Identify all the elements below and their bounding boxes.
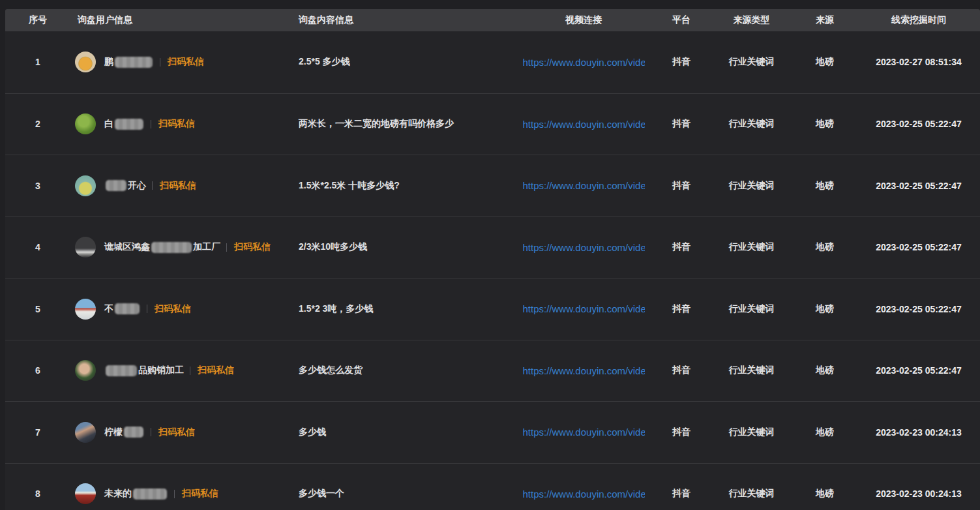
user-name: 不 xyxy=(104,303,141,315)
user-name: 品购销加工 xyxy=(104,365,184,376)
user-name-text: 白 xyxy=(104,118,113,130)
video-link[interactable]: https://www.douyin.com/video xyxy=(523,488,645,500)
inquiry-content: 2/3米10吨多少钱 xyxy=(295,241,515,253)
source-type: 行业关键词 xyxy=(711,488,792,500)
scan-qr-dm-link[interactable]: 扫码私信 xyxy=(160,180,196,192)
scan-qr-dm-link[interactable]: 扫码私信 xyxy=(158,427,195,438)
censored-name-block xyxy=(133,488,167,500)
video-link[interactable]: https://www.douyin.com/video xyxy=(523,119,645,130)
col-header-platform: 平台 xyxy=(652,14,711,26)
col-header-user: 询盘用户信息 xyxy=(70,14,295,26)
user-name-text: 不 xyxy=(104,303,113,315)
platform: 抖音 xyxy=(652,241,711,253)
scan-qr-dm-link[interactable]: 扫码私信 xyxy=(168,56,204,68)
censored-name-block xyxy=(151,242,192,253)
video-link[interactable]: https://www.douyin.com/video xyxy=(523,180,645,191)
source-type: 行业关键词 xyxy=(711,303,792,315)
platform: 抖音 xyxy=(652,56,711,68)
inquiry-content: 两米长，一米二宽的地磅有吗价格多少 xyxy=(295,118,515,130)
table-row: 5 不 扫码私信 1.5*2 3吨，多少钱 https://www.douyin… xyxy=(5,278,980,340)
user-name-text: 品购销加工 xyxy=(138,365,184,376)
user-name: 柠檬 xyxy=(104,427,145,438)
platform: 抖音 xyxy=(652,427,711,438)
row-index: 4 xyxy=(5,242,70,252)
platform: 抖音 xyxy=(652,488,711,500)
video-link[interactable]: https://www.douyin.com/video xyxy=(523,57,645,68)
table-row: 7 柠檬 扫码私信 多少钱 https://www.douyin.com/vid… xyxy=(5,401,980,463)
source: 地磅 xyxy=(792,241,857,253)
inquiry-content: 多少钱一个 xyxy=(295,488,515,500)
inquiry-content: 1.5米*2.5米 十吨多少钱? xyxy=(295,180,515,192)
user-name: 白 xyxy=(104,118,145,130)
divider xyxy=(174,490,175,498)
platform: 抖音 xyxy=(652,118,711,130)
user-cell: 谯城区鸿鑫加工厂 扫码私信 xyxy=(70,237,295,258)
avatar xyxy=(75,360,96,381)
source: 地磅 xyxy=(792,427,857,438)
table-row: 3 开心 扫码私信 1.5米*2.5米 十吨多少钱? https://www.d… xyxy=(5,155,980,217)
video-link[interactable]: https://www.douyin.com/video xyxy=(523,427,645,438)
divider xyxy=(190,367,190,375)
table-row: 2 白 扫码私信 两米长，一米二宽的地磅有吗价格多少 https://www.d… xyxy=(5,93,980,155)
source: 地磅 xyxy=(792,180,857,192)
mining-time: 2023-02-25 05:22:47 xyxy=(857,365,980,376)
inquiry-content: 多少钱 xyxy=(295,427,515,438)
censored-name-block xyxy=(115,303,140,314)
censored-name-block xyxy=(106,365,137,376)
table-row: 4 谯城区鸿鑫加工厂 扫码私信 2/3米10吨多少钱 https://www.d… xyxy=(5,217,980,278)
avatar xyxy=(75,237,96,258)
divider xyxy=(152,181,153,190)
user-name: 鹏 xyxy=(104,56,154,68)
user-cell: 鹏 扫码私信 xyxy=(70,52,295,72)
platform: 抖音 xyxy=(652,303,711,315)
source-type: 行业关键词 xyxy=(711,118,792,130)
source-type: 行业关键词 xyxy=(711,241,792,253)
inquiry-content: 多少钱怎么发货 xyxy=(295,365,515,376)
user-cell: 开心 扫码私信 xyxy=(70,175,295,196)
video-link[interactable]: https://www.douyin.com/video xyxy=(523,365,645,376)
col-header-index: 序号 xyxy=(5,14,70,26)
user-name-text: 加工厂 xyxy=(193,241,220,253)
user-name: 未来的 xyxy=(104,488,168,500)
avatar xyxy=(75,113,96,134)
censored-name-block xyxy=(106,180,126,191)
row-index: 7 xyxy=(5,427,70,438)
user-name-text: 柠檬 xyxy=(104,427,123,438)
user-name-text: 鹏 xyxy=(104,56,113,68)
inquiry-content: 1.5*2 3吨，多少钱 xyxy=(295,303,515,315)
divider xyxy=(160,58,160,67)
scan-qr-dm-link[interactable]: 扫码私信 xyxy=(155,303,191,315)
table-header-row: 序号 询盘用户信息 询盘内容信息 视频连接 平台 来源类型 来源 线索挖掘时间 xyxy=(5,9,980,31)
video-link[interactable]: https://www.douyin.com/video xyxy=(523,242,645,253)
platform: 抖音 xyxy=(652,365,711,376)
scan-qr-dm-link[interactable]: 扫码私信 xyxy=(182,488,218,500)
scan-qr-dm-link[interactable]: 扫码私信 xyxy=(234,241,271,253)
user-cell: 不 扫码私信 xyxy=(70,299,295,320)
platform: 抖音 xyxy=(652,180,711,192)
user-name-text: 谯城区鸿鑫 xyxy=(104,241,150,253)
avatar xyxy=(75,175,96,196)
table-row: 8 未来的 扫码私信 多少钱一个 https://www.douyin.com/… xyxy=(5,463,980,510)
row-index: 1 xyxy=(5,57,70,67)
row-index: 8 xyxy=(5,488,70,499)
user-name: 谯城区鸿鑫加工厂 xyxy=(104,241,220,253)
source: 地磅 xyxy=(792,56,857,68)
scan-qr-dm-link[interactable]: 扫码私信 xyxy=(198,365,234,376)
mining-time: 2023-02-25 05:22:47 xyxy=(857,181,980,191)
inquiry-table: 序号 询盘用户信息 询盘内容信息 视频连接 平台 来源类型 来源 线索挖掘时间 … xyxy=(5,9,980,510)
col-header-source: 来源 xyxy=(792,14,857,26)
source-type: 行业关键词 xyxy=(711,180,792,192)
source-type: 行业关键词 xyxy=(711,56,792,68)
video-link[interactable]: https://www.douyin.com/video xyxy=(523,303,645,314)
row-index: 3 xyxy=(5,181,70,191)
col-header-mining-time: 线索挖掘时间 xyxy=(857,14,980,26)
scan-qr-dm-link[interactable]: 扫码私信 xyxy=(158,118,195,130)
mining-time: 2023-02-27 08:51:34 xyxy=(857,57,980,67)
user-name: 开心 xyxy=(104,180,146,192)
source: 地磅 xyxy=(792,303,857,315)
mining-time: 2023-02-25 05:22:47 xyxy=(857,119,980,129)
source: 地磅 xyxy=(792,488,857,500)
censored-name-block xyxy=(115,119,143,130)
table-row: 6 品购销加工 扫码私信 多少钱怎么发货 https://www.douyin.… xyxy=(5,340,980,402)
mining-time: 2023-02-25 05:22:47 xyxy=(857,304,980,314)
